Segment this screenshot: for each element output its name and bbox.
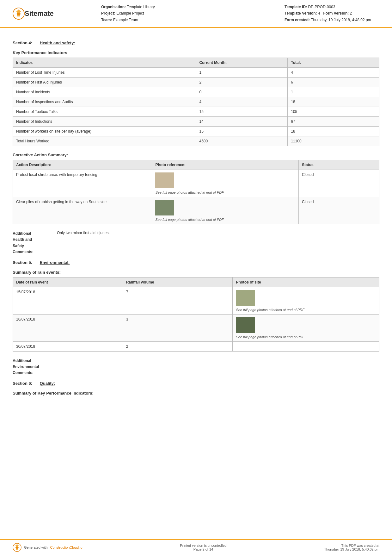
kpi-indicator: Number of First Aid Injuries bbox=[13, 78, 196, 87]
table-row: Number of Incidents 0 1 bbox=[13, 87, 379, 97]
kpi-col1-header: Indicator: bbox=[13, 58, 196, 68]
footer-generated-label: Generated with bbox=[24, 546, 48, 549]
rain-col3-header: Photos of site bbox=[233, 277, 379, 287]
sitemate-logo-icon bbox=[13, 8, 25, 20]
footer-logo-icon bbox=[13, 543, 21, 552]
kpi-current-month: 15 bbox=[196, 127, 288, 136]
header-template-version: Template Version: 4 Form Version: 2 bbox=[285, 10, 379, 16]
rain-photo: See full page photos attached at end of … bbox=[233, 287, 379, 314]
additional-comments-block: Additional Health and Safety Comments: O… bbox=[13, 231, 379, 255]
rain-date: 30/07/2018 bbox=[13, 341, 123, 351]
header-project: Project: Example Project bbox=[101, 10, 285, 16]
corrective-col2-header: Photo reference: bbox=[152, 160, 299, 170]
table-row: Number of Inspections and Audits 4 18 bbox=[13, 97, 379, 107]
table-row: 15/07/2018 7 See full page photos attach… bbox=[13, 287, 379, 314]
additional-env-label: Additional Environmental Comments: bbox=[13, 358, 57, 376]
table-row: Number of First Aid Injuries 2 6 bbox=[13, 78, 379, 87]
corrective-table: Action Description: Photo reference: Sta… bbox=[13, 160, 379, 224]
table-row: 30/07/2018 2 bbox=[13, 341, 379, 351]
kpi-total: 105 bbox=[288, 107, 379, 117]
additional-env-value bbox=[57, 358, 379, 376]
table-row: Clear piles of rubbish getting in the wa… bbox=[13, 197, 379, 224]
kpi-total: 18 bbox=[288, 97, 379, 107]
kpi-indicator: Number of Inductions bbox=[13, 117, 196, 127]
rain-photo bbox=[233, 341, 379, 351]
kpi-table: Indicator: Current Month: Total: Number … bbox=[13, 58, 379, 146]
footer-center: Printed version is uncontrolled Page 2 o… bbox=[180, 544, 226, 551]
corrective-photo: See full page photos attached at end of … bbox=[152, 170, 299, 197]
footer-generated-link[interactable]: ConstructionCloud.io bbox=[50, 546, 83, 549]
kpi-current-month: 4500 bbox=[196, 136, 288, 146]
kpi-current-month: 1 bbox=[196, 68, 288, 78]
kpi-indicator: Number of Inspections and Audits bbox=[13, 97, 196, 107]
kpi-current-month: 15 bbox=[196, 107, 288, 117]
section6-heading: Section 6: Quality: bbox=[13, 381, 379, 386]
kpi-indicator: Number of Incidents bbox=[13, 87, 196, 97]
kpi-total: 1 bbox=[288, 87, 379, 97]
page-content: Section 4: Health and safety: Key Perfor… bbox=[0, 28, 392, 539]
kpi-indicator: Number of workers on site per day (avera… bbox=[13, 127, 196, 136]
corrective-status: Closed bbox=[299, 170, 379, 197]
rain-volume: 7 bbox=[123, 287, 233, 314]
rain-date: 16/07/2018 bbox=[13, 314, 123, 341]
kpi-total: 4 bbox=[288, 68, 379, 78]
table-row: Number of Inductions 14 67 bbox=[13, 117, 379, 127]
kpi-indicator: Number of Toolbox Talks bbox=[13, 107, 196, 117]
header-meta-center: Organisation: Template Library Project: … bbox=[82, 4, 285, 23]
rain-photo: See full page photos attached at end of … bbox=[233, 314, 379, 341]
corrective-col3-header: Status bbox=[299, 160, 379, 170]
kpi-current-month: 4 bbox=[196, 97, 288, 107]
table-row: Number of Toolbox Talks 15 105 bbox=[13, 107, 379, 117]
rain-volume: 2 bbox=[123, 341, 233, 351]
section5-heading: Section 5: Environmental: bbox=[13, 260, 379, 265]
table-row: Number of Lost Time Injuries 1 4 bbox=[13, 68, 379, 78]
additional-comments-label: Additional Health and Safety Comments: bbox=[13, 231, 57, 255]
kpi-heading: Key Performance Indicators: bbox=[13, 50, 379, 55]
rain-table: Date of rain event Rainfall volume Photo… bbox=[13, 277, 379, 352]
table-row: 16/07/2018 3 See full page photos attach… bbox=[13, 314, 379, 341]
logo-text: Sitemate bbox=[25, 9, 54, 18]
corrective-status: Closed bbox=[299, 197, 379, 224]
kpi-col2-header: Current Month: bbox=[196, 58, 288, 68]
rain-heading: Summary of rain events: bbox=[13, 270, 379, 275]
header-form-created: Form created: Thursday, 19 July 2018, 4:… bbox=[285, 17, 379, 23]
kpi-total: 67 bbox=[288, 117, 379, 127]
kpi-col3-header: Total: bbox=[288, 58, 379, 68]
footer-right: This PDF was created at Thursday, 19 Jul… bbox=[324, 544, 379, 551]
corrective-col1-header: Action Description: bbox=[13, 160, 152, 170]
footer-left: Generated with ConstructionCloud.io bbox=[13, 543, 83, 552]
logo-area: Sitemate bbox=[13, 8, 82, 20]
rain-col2-header: Rainfall volume bbox=[123, 277, 233, 287]
additional-comments-value: Only two minor first aid injuries. bbox=[57, 231, 379, 255]
kpi-current-month: 0 bbox=[196, 87, 288, 97]
rain-date: 15/07/2018 bbox=[13, 287, 123, 314]
table-row: Protect local shrub areas with temporary… bbox=[13, 170, 379, 197]
page-footer: Generated with ConstructionCloud.io Prin… bbox=[0, 539, 392, 555]
corrective-photo: See full page photos attached at end of … bbox=[152, 197, 299, 224]
kpi-indicator: Number of Lost Time Injuries bbox=[13, 68, 196, 78]
kpi-total: 6 bbox=[288, 78, 379, 87]
corrective-description: Clear piles of rubbish getting in the wa… bbox=[13, 197, 152, 224]
kpi-total: 11100 bbox=[288, 136, 379, 146]
header-meta-right: Template ID: DP-PROD-0003 Template Versi… bbox=[285, 4, 379, 23]
kpi-indicator: Total Hours Worked bbox=[13, 136, 196, 146]
page-header: Sitemate Organisation: Template Library … bbox=[0, 0, 392, 28]
section4-heading: Section 4: Health and safety: bbox=[13, 41, 379, 45]
header-team: Team: Example Team bbox=[101, 17, 285, 23]
header-org: Organisation: Template Library bbox=[101, 4, 285, 10]
section6-kpi-heading: Summary of Key Performance Indicators: bbox=[13, 391, 379, 396]
table-row: Number of workers on site per day (avera… bbox=[13, 127, 379, 136]
additional-env-comments-block: Additional Environmental Comments: bbox=[13, 358, 379, 376]
rain-volume: 3 bbox=[123, 314, 233, 341]
corrective-description: Protect local shrub areas with temporary… bbox=[13, 170, 152, 197]
corrective-heading: Corrective Action Summary: bbox=[13, 153, 379, 157]
kpi-total: 18 bbox=[288, 127, 379, 136]
header-template-id: Template ID: DP-PROD-0003 bbox=[285, 4, 379, 10]
rain-col1-header: Date of rain event bbox=[13, 277, 123, 287]
kpi-current-month: 14 bbox=[196, 117, 288, 127]
kpi-current-month: 2 bbox=[196, 78, 288, 87]
table-row: Total Hours Worked 4500 11100 bbox=[13, 136, 379, 146]
